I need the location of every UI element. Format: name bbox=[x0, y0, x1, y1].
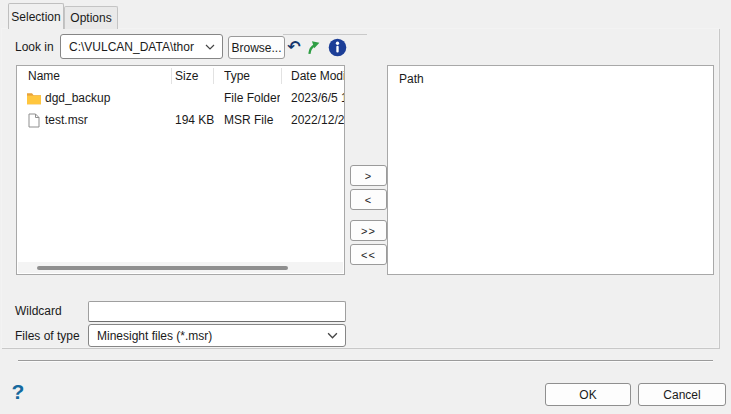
add-all-button[interactable]: >> bbox=[350, 220, 387, 241]
tab-options[interactable]: Options bbox=[64, 6, 118, 29]
column-divider[interactable] bbox=[281, 68, 282, 84]
file-date-modified: 2023/6/5 11 bbox=[291, 87, 344, 109]
look-in-value: C:\VULCAN_DATA\thor bbox=[61, 40, 205, 54]
look-in-label: Look in bbox=[15, 40, 54, 54]
column-header-date-modified[interactable]: Date Modifi bbox=[291, 66, 344, 86]
file-size bbox=[175, 87, 227, 109]
column-header-name[interactable]: Name bbox=[28, 66, 60, 86]
file-size: 194 KB bbox=[175, 109, 227, 131]
ok-button-label: OK bbox=[579, 388, 596, 402]
file-row-test-msr[interactable]: test.msr 194 KB MSR File 2022/12/21 bbox=[17, 109, 344, 131]
ok-button[interactable]: OK bbox=[545, 383, 631, 406]
file-list[interactable]: Name Size Type Date Modifi dgd_backup Fi… bbox=[16, 65, 345, 275]
file-type: MSR File bbox=[224, 109, 280, 131]
wildcard-label: Wildcard bbox=[15, 304, 62, 318]
file-type: File Folder bbox=[224, 87, 280, 109]
horizontal-scrollbar[interactable] bbox=[18, 262, 343, 273]
wildcard-input[interactable] bbox=[88, 301, 346, 322]
file-date-modified: 2022/12/21 bbox=[291, 109, 344, 131]
file-name: test.msr bbox=[45, 109, 164, 131]
column-divider[interactable] bbox=[213, 68, 214, 84]
folder-icon bbox=[25, 90, 42, 106]
file-icon bbox=[25, 112, 42, 128]
footer-separator bbox=[18, 360, 713, 361]
remove-button[interactable]: < bbox=[350, 189, 387, 210]
cancel-button[interactable]: Cancel bbox=[638, 383, 726, 406]
up-one-level-icon[interactable] bbox=[305, 38, 323, 56]
browse-button[interactable]: Browse... bbox=[228, 36, 285, 59]
toolbar-separator bbox=[283, 34, 367, 35]
look-in-combobox[interactable]: C:\VULCAN_DATA\thor bbox=[60, 34, 223, 59]
file-selection-dialog: Selection Options Look in C:\VULCAN_DATA… bbox=[0, 0, 731, 414]
horizontal-scrollbar-thumb[interactable] bbox=[37, 266, 288, 270]
chevron-down-icon bbox=[327, 332, 338, 339]
remove-all-button[interactable]: << bbox=[350, 244, 387, 265]
file-row-dgd-backup[interactable]: dgd_backup File Folder 2023/6/5 11 bbox=[17, 87, 344, 109]
chevron-down-icon bbox=[205, 44, 215, 50]
column-divider[interactable] bbox=[171, 68, 172, 84]
column-header-size[interactable]: Size bbox=[175, 66, 227, 86]
undo-icon[interactable]: ↶ bbox=[285, 38, 303, 56]
column-header-path[interactable]: Path bbox=[399, 72, 424, 86]
info-icon[interactable] bbox=[327, 37, 347, 57]
cancel-button-label: Cancel bbox=[663, 388, 700, 402]
tab-selection-label: Selection bbox=[11, 10, 60, 24]
files-of-type-label: Files of type bbox=[15, 329, 80, 343]
selected-files-list[interactable]: Path bbox=[387, 65, 714, 275]
file-name: dgd_backup bbox=[45, 87, 164, 109]
files-of-type-select[interactable]: Minesight files (*.msr) bbox=[88, 324, 346, 347]
browse-button-label: Browse... bbox=[231, 41, 281, 55]
tab-options-label: Options bbox=[70, 11, 111, 25]
tab-selection[interactable]: Selection bbox=[8, 3, 64, 29]
add-button[interactable]: > bbox=[350, 165, 387, 186]
files-of-type-value: Minesight files (*.msr) bbox=[89, 329, 327, 343]
help-icon[interactable]: ? bbox=[9, 380, 27, 404]
column-header-type[interactable]: Type bbox=[224, 66, 280, 86]
file-list-header: Name Size Type Date Modifi bbox=[17, 66, 344, 86]
